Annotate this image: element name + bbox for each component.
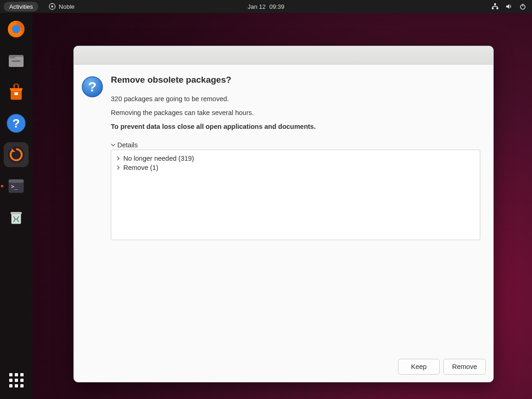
power-icon: [519, 3, 526, 10]
svg-rect-6: [494, 3, 496, 5]
app-menu-label: Noble: [59, 3, 74, 10]
network-icon: [491, 3, 499, 10]
tree-item-label: No longer needed (319): [123, 155, 194, 162]
dock-software[interactable]: [4, 79, 29, 104]
svg-point-12: [12, 25, 20, 33]
dialog-footer: Keep Remove: [74, 354, 493, 382]
question-icon: ?: [81, 76, 103, 98]
remove-button[interactable]: Remove: [443, 359, 486, 375]
status-area[interactable]: [491, 3, 526, 10]
tree-item-label: Remove (1): [123, 164, 158, 171]
svg-point-1: [51, 6, 53, 7]
dock-updater[interactable]: [4, 142, 29, 167]
details-label: Details: [117, 141, 138, 149]
dock-firefox[interactable]: [4, 17, 29, 42]
svg-rect-14: [9, 57, 24, 67]
upgrade-dialog: ? Remove obsolete packages? 320 packages…: [73, 46, 494, 382]
svg-rect-26: [11, 212, 22, 214]
volume-icon: [505, 3, 513, 10]
details-expander[interactable]: Details: [111, 141, 480, 149]
chevron-down-icon: [111, 143, 115, 147]
dialog-warning: To prevent data loss close all open appl…: [111, 123, 480, 130]
svg-rect-23: [9, 179, 24, 182]
top-panel: Activities Noble Jan 12 09:39: [0, 0, 532, 13]
dialog-title: Remove obsolete packages?: [111, 75, 480, 85]
dialog-line1: 320 packages are going to be removed.: [111, 95, 480, 103]
svg-rect-16: [12, 60, 20, 62]
tree-item-no-longer-needed[interactable]: No longer needed (319): [116, 154, 475, 163]
svg-rect-17: [14, 92, 18, 95]
apps-grid-icon: [9, 373, 24, 387]
clock-date: Jan 12: [248, 3, 266, 10]
svg-rect-15: [10, 56, 15, 58]
tree-item-remove[interactable]: Remove (1): [116, 163, 475, 172]
svg-rect-8: [496, 7, 498, 9]
dock-terminal[interactable]: >_: [4, 174, 29, 199]
activities-button[interactable]: Activities: [4, 2, 38, 12]
chevron-right-icon: [116, 165, 121, 170]
svg-rect-7: [492, 7, 494, 9]
dock-trash[interactable]: [4, 205, 29, 230]
dialog-titlebar[interactable]: [74, 46, 493, 65]
app-menu-icon: [48, 3, 56, 10]
details-box[interactable]: No longer needed (319) Remove (1): [111, 150, 480, 240]
dock-help[interactable]: ?: [4, 111, 29, 136]
clock[interactable]: Jan 12 09:39: [248, 3, 284, 10]
show-applications[interactable]: [4, 368, 29, 393]
svg-text:?: ?: [12, 116, 20, 130]
app-menu[interactable]: Noble: [48, 3, 74, 10]
dock-files[interactable]: [4, 48, 29, 73]
keep-button[interactable]: Keep: [398, 359, 440, 375]
svg-text:?: ?: [88, 79, 97, 94]
clock-time: 09:39: [269, 3, 284, 10]
svg-text:>_: >_: [11, 183, 18, 190]
chevron-right-icon: [116, 156, 121, 161]
dock: ? >_: [0, 13, 32, 399]
dialog-line2: Removing the packages can take several h…: [111, 109, 480, 116]
